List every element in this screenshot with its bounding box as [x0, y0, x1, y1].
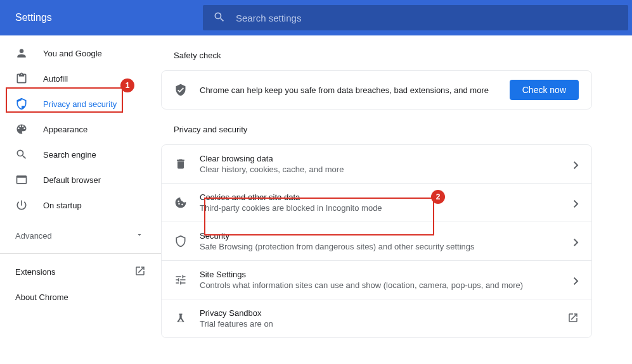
sidebar-item-on-startup[interactable]: On startup [0, 192, 161, 218]
external-link-icon [567, 312, 579, 325]
tune-icon [174, 273, 187, 286]
row-title: Security [200, 231, 574, 241]
chevron-right-icon [574, 239, 579, 244]
external-link-icon [134, 265, 146, 279]
sidebar-item-you-and-google[interactable]: You and Google [0, 41, 161, 66]
trash-icon [174, 158, 187, 170]
row-privacy-sandbox[interactable]: Privacy Sandbox Trial features are on [162, 299, 591, 337]
sidebar-item-label: Default browser [43, 175, 101, 185]
chevron-down-icon [136, 231, 143, 241]
sidebar-item-label: Appearance [43, 125, 87, 134]
clipboard-icon [15, 72, 28, 85]
shield-check-icon [174, 84, 187, 96]
row-title: Cookies and other site data [200, 192, 574, 202]
advanced-label: Advanced [15, 231, 52, 241]
browser-icon [15, 173, 28, 186]
sidebar-item-advanced[interactable]: Advanced [0, 223, 161, 248]
row-subtitle: Safe Browsing (protection from dangerous… [200, 242, 574, 251]
cookie-icon [174, 196, 187, 209]
main: You and Google Autofill Privacy and secu… [0, 35, 632, 364]
row-clear-browsing-data[interactable]: Clear browsing data Clear history, cooki… [162, 145, 591, 183]
palette-icon [15, 123, 28, 135]
sidebar-item-autofill[interactable]: Autofill [0, 66, 161, 91]
safety-check-text: Chrome can help keep you safe from data … [200, 85, 510, 95]
search-icon [15, 148, 28, 161]
row-subtitle: Trial features are on [200, 319, 567, 329]
sidebar-link-about[interactable]: About Chrome [0, 284, 161, 310]
safety-check-row: Chrome can help keep you safe from data … [162, 71, 591, 109]
sidebar-item-default-browser[interactable]: Default browser [0, 167, 161, 192]
safety-check-heading: Safety check [161, 51, 592, 60]
row-subtitle: Third-party cookies are blocked in Incog… [200, 203, 574, 213]
about-label: About Chrome [15, 292, 68, 302]
content: Safety check Chrome can help keep you sa… [161, 35, 632, 364]
row-title: Clear browsing data [200, 154, 574, 163]
search-bar[interactable] [203, 5, 628, 30]
shield-icon [15, 97, 28, 110]
person-icon [15, 47, 28, 60]
chevron-right-icon [574, 200, 579, 205]
chevron-right-icon [574, 161, 579, 166]
extensions-label: Extensions [15, 267, 56, 277]
shield-outline-icon [174, 235, 187, 248]
power-icon [15, 199, 28, 211]
sidebar-divider [0, 253, 161, 254]
row-subtitle: Clear history, cookies, cache, and more [200, 165, 574, 174]
sidebar-item-label: On startup [43, 201, 82, 210]
sidebar-item-label: Autofill [43, 74, 68, 84]
chevron-right-icon [574, 277, 579, 282]
row-site-settings[interactable]: Site Settings Controls what information … [162, 260, 591, 299]
row-title: Site Settings [200, 270, 574, 279]
sidebar-item-label: Search engine [43, 150, 96, 160]
row-title: Privacy Sandbox [200, 308, 567, 318]
annotation-badge-2: 2 [431, 190, 445, 204]
row-security[interactable]: Security Safe Browsing (protection from … [162, 222, 591, 260]
privacy-card: Clear browsing data Clear history, cooki… [161, 144, 592, 338]
sidebar: You and Google Autofill Privacy and secu… [0, 35, 161, 364]
search-icon [213, 11, 226, 25]
search-input[interactable] [236, 13, 618, 23]
check-now-button[interactable]: Check now [510, 80, 579, 100]
sidebar-item-label: Privacy and security [43, 99, 117, 109]
sidebar-item-label: You and Google [43, 49, 102, 58]
privacy-heading: Privacy and security [161, 125, 592, 134]
sidebar-link-extensions[interactable]: Extensions [0, 259, 161, 284]
sidebar-item-privacy-security[interactable]: Privacy and security [0, 91, 161, 116]
header: Settings [0, 0, 632, 35]
row-cookies[interactable]: Cookies and other site data Third-party … [162, 183, 591, 222]
page-title: Settings [0, 12, 203, 23]
safety-check-card: Chrome can help keep you safe from data … [161, 70, 592, 110]
row-subtitle: Controls what information sites can use … [200, 280, 574, 290]
annotation-badge-1: 1 [120, 78, 134, 92]
flask-icon [174, 312, 187, 325]
sidebar-item-appearance[interactable]: Appearance [0, 116, 161, 142]
sidebar-item-search-engine[interactable]: Search engine [0, 142, 161, 167]
